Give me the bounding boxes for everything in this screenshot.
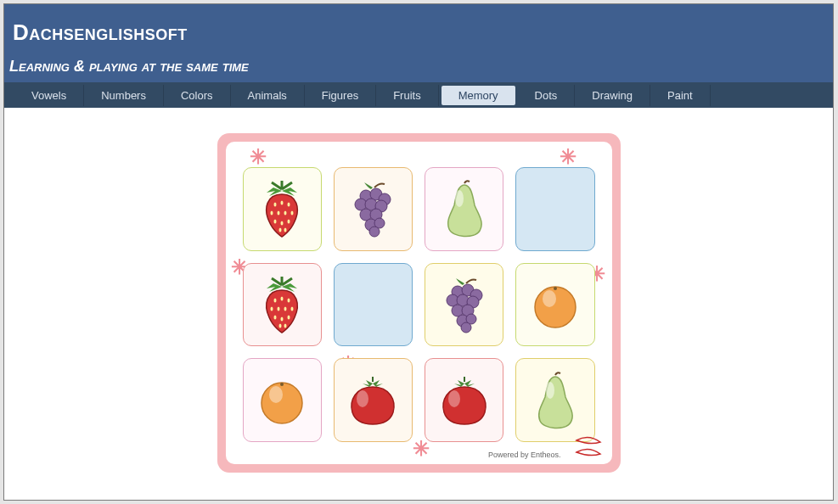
svg-point-28 <box>278 306 280 311</box>
memory-card[interactable] <box>243 358 322 442</box>
site-title: Dachsenglishsoft <box>13 20 824 46</box>
svg-point-33 <box>288 315 290 319</box>
memory-board: ✳ ✳ ✳ ✳ ✳ ✳ <box>217 133 621 473</box>
decor-asterisk-icon: ✳ <box>250 145 267 169</box>
svg-point-30 <box>291 306 294 311</box>
svg-point-5 <box>284 211 287 216</box>
svg-point-54 <box>448 390 460 407</box>
svg-point-24 <box>274 298 277 302</box>
svg-point-47 <box>535 287 576 328</box>
grapes-icon <box>347 179 398 238</box>
memory-card[interactable] <box>515 358 594 442</box>
tomato-icon <box>346 375 400 426</box>
memory-card[interactable] <box>425 358 503 442</box>
nav-dots[interactable]: Dots <box>518 85 576 106</box>
svg-point-49 <box>554 287 557 290</box>
strawberry-icon <box>256 179 307 238</box>
svg-point-55 <box>546 382 554 399</box>
entheos-logo-icon <box>573 435 604 461</box>
svg-point-34 <box>279 323 282 328</box>
strawberry-icon <box>256 275 307 334</box>
svg-point-22 <box>369 227 380 237</box>
nav-vowels[interactable]: Vowels <box>14 85 84 106</box>
nav-colors[interactable]: Colors <box>164 85 231 106</box>
nav-paint[interactable]: Paint <box>650 85 711 106</box>
svg-point-0 <box>274 203 277 207</box>
svg-point-10 <box>279 228 282 232</box>
svg-point-53 <box>357 390 368 407</box>
svg-point-8 <box>281 221 284 226</box>
grapes-icon <box>439 275 490 334</box>
nav-animals[interactable]: Animals <box>231 85 305 106</box>
svg-point-1 <box>281 201 284 205</box>
svg-point-2 <box>288 203 290 207</box>
tomato-icon <box>437 375 492 426</box>
memory-card[interactable] <box>425 263 503 347</box>
svg-point-51 <box>269 386 283 403</box>
nav-memory[interactable]: Memory <box>441 86 515 105</box>
svg-point-25 <box>281 296 284 300</box>
card-grid: ✳ ✳ ✳ ✳ ✳ ✳ <box>226 142 612 464</box>
svg-point-23 <box>455 190 464 207</box>
header: Dachsenglishsoft Learning & playing at t… <box>4 4 833 82</box>
memory-card[interactable] <box>425 167 503 251</box>
svg-point-11 <box>284 228 287 232</box>
svg-point-4 <box>278 211 280 216</box>
svg-point-9 <box>288 220 290 224</box>
svg-point-52 <box>280 383 284 386</box>
main-nav: Vowels Numbers Colors Animals Figures Fr… <box>4 82 833 108</box>
memory-card[interactable] <box>515 263 594 347</box>
memory-card[interactable] <box>243 263 322 347</box>
memory-card-hidden[interactable] <box>515 167 594 251</box>
site-subtitle: Learning & playing at the same time <box>9 58 824 76</box>
memory-card[interactable] <box>243 167 322 251</box>
svg-point-46 <box>461 322 471 333</box>
svg-point-26 <box>288 298 290 302</box>
svg-point-27 <box>271 306 273 311</box>
memory-card[interactable] <box>334 358 413 442</box>
svg-point-31 <box>274 315 277 319</box>
nav-figures[interactable]: Figures <box>305 85 376 106</box>
decor-asterisk-icon: ✳ <box>413 437 430 461</box>
board-footer: Powered by Entheos. <box>488 451 561 459</box>
orange-icon <box>531 280 580 329</box>
svg-point-6 <box>291 211 294 216</box>
orange-icon <box>257 376 307 425</box>
nav-drawing[interactable]: Drawing <box>575 85 650 106</box>
svg-point-7 <box>274 220 277 224</box>
memory-card[interactable] <box>334 167 413 251</box>
svg-point-50 <box>262 383 302 423</box>
pear-icon <box>441 178 487 239</box>
decor-asterisk-icon: ✳ <box>560 145 576 169</box>
content-area: ✳ ✳ ✳ ✳ ✳ ✳ <box>4 108 833 500</box>
svg-point-29 <box>284 306 287 311</box>
svg-point-35 <box>284 323 287 328</box>
pear-icon <box>531 370 578 431</box>
nav-numbers[interactable]: Numbers <box>84 85 164 106</box>
memory-card-hidden[interactable] <box>334 263 413 347</box>
nav-fruits[interactable]: Fruits <box>376 85 439 106</box>
app-frame: Dachsenglishsoft Learning & playing at t… <box>3 3 834 501</box>
svg-point-48 <box>543 290 556 307</box>
svg-point-32 <box>281 316 284 321</box>
svg-point-3 <box>271 211 273 216</box>
